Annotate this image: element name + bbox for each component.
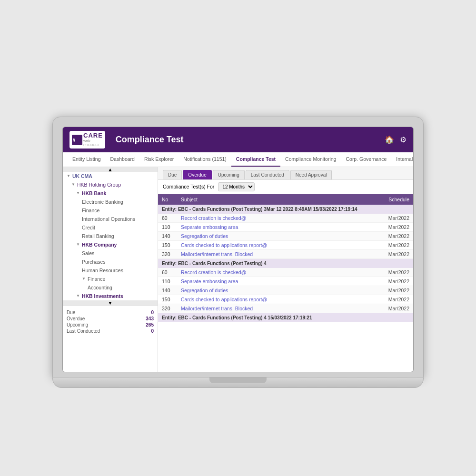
row-schedule: Mar/2022 [358, 304, 413, 313]
table-row[interactable]: 320Mailorder/internet trans. BlockedMar/… [158, 249, 413, 258]
app-header: // CARE web PRODUCT Compliance Test 🏠 [63, 127, 413, 152]
row-subject[interactable]: Mailorder/internet trans. Blocked [177, 249, 358, 258]
tab-upcoming[interactable]: Upcoming [213, 170, 245, 179]
tree-item[interactable]: Accounting [63, 283, 158, 292]
tree-item-label: Retail Banking [82, 233, 114, 239]
laptop-hinge [209, 377, 267, 383]
row-subject[interactable]: Separate embossing area [177, 277, 358, 286]
entity-row: Entity: EBC - Cards Functions (Post Test… [158, 258, 413, 268]
entity-label: Entity: EBC - Cards Functions (Post Test… [158, 205, 413, 214]
nav-item-compliance-monitoring[interactable]: Compliance Monitoring [280, 152, 341, 167]
table-row[interactable]: 110Separate embossing areaMar/2022 [158, 277, 413, 286]
row-subject[interactable]: Record creation is checked@ [177, 214, 358, 223]
tree-item[interactable]: Electronic Banking [63, 198, 158, 206]
nav-item-dashboard[interactable]: Dashboard [106, 152, 139, 167]
table-row[interactable]: 140Segregation of dutiesMar/2022 [158, 286, 413, 295]
tree-item[interactable]: International Operations [63, 215, 158, 223]
table-row[interactable]: 60Record creation is checked@Mar/2022 [158, 268, 413, 277]
tree-item[interactable]: Human Resources [63, 266, 158, 275]
row-schedule: Mar/2022 [358, 268, 413, 277]
tree-container: ▼UK CMA▼HKB Holding Group▼HKB BankElectr… [63, 172, 158, 300]
row-subject[interactable]: Segregation of duties [177, 231, 358, 240]
tree-item-label: HKB Bank [82, 190, 106, 196]
tree-item[interactable]: Sales [63, 249, 158, 258]
row-schedule: Mar/2022 [358, 295, 413, 304]
tree-item[interactable]: ▼HKB Holding Group [63, 180, 158, 189]
nav-item-entity-listing[interactable]: Entity Listing [68, 152, 106, 167]
tree-item[interactable]: ▼HKB Bank [63, 189, 158, 198]
filter-label: Compliance Test(s) For [163, 184, 214, 189]
logo-svg-icon: // [72, 135, 82, 145]
tree-item[interactable]: ▼Finance [63, 275, 158, 283]
tree-item-label: HKB Investments [82, 293, 123, 299]
row-subject[interactable]: Separate embossing area [177, 222, 358, 231]
row-subject[interactable]: Record creation is checked@ [177, 268, 358, 277]
tree-item-label: UK CMA [72, 173, 92, 179]
row-no: 150 [158, 240, 177, 249]
row-subject[interactable]: Cards checked to applications report@ [177, 295, 358, 304]
table-row[interactable]: 60Record creation is checked@Mar/2022 [158, 214, 413, 223]
stat-row: Last Conducted0 [67, 328, 154, 334]
row-no: 110 [158, 277, 177, 286]
col-schedule: Schedule [358, 194, 413, 205]
stat-value: 0 [151, 328, 154, 334]
row-no: 320 [158, 304, 177, 313]
row-schedule: Mar/2022 [358, 214, 413, 223]
tree-item[interactable]: ▼HKB Investments [63, 292, 158, 300]
nav-item-internal-audit[interactable]: Internal Audit [391, 152, 414, 167]
row-subject[interactable]: Mailorder/internet trans. Blocked [177, 304, 358, 313]
row-subject[interactable]: Segregation of duties [177, 286, 358, 295]
app-title: Compliance Test [116, 135, 184, 145]
tree-arrow-icon: ▼ [82, 277, 86, 281]
filter-select[interactable]: 3 Months6 Months12 Months24 Months [218, 182, 255, 191]
table-row[interactable]: 140Segregation of dutiesMar/2022 [158, 231, 413, 240]
tree-arrow-icon: ▼ [76, 191, 80, 195]
table-row[interactable]: 320Mailorder/internet trans. BlockedMar/… [158, 304, 413, 313]
tab-need-approval[interactable]: Need Approval [290, 170, 332, 179]
row-schedule: Mar/2022 [358, 240, 413, 249]
table-row[interactable]: 150Cards checked to applications report@… [158, 240, 413, 249]
nav-item-corp.-governance[interactable]: Corp. Governance [341, 152, 391, 167]
stat-label: Last Conducted [67, 328, 100, 334]
row-subject[interactable]: Cards checked to applications report@ [177, 240, 358, 249]
tree-arrow-icon: ▼ [76, 294, 80, 298]
tree-item-label: International Operations [82, 216, 135, 222]
nav-item-compliance-test[interactable]: Compliance Test [231, 152, 280, 167]
scroll-down-indicator[interactable]: ▼ [63, 300, 158, 305]
sidebar: ▲ ▼UK CMA▼HKB Holding Group▼HKB BankElec… [63, 167, 158, 372]
row-schedule: Mar/2022 [358, 249, 413, 258]
tree-item-label: Purchases [82, 259, 106, 265]
row-no: 60 [158, 268, 177, 277]
table-body: Entity: EBC - Cards Functions (Post Test… [158, 205, 413, 322]
scroll-up-indicator[interactable]: ▲ [63, 167, 158, 172]
tree-item[interactable]: Retail Banking [63, 232, 158, 240]
tree-item[interactable]: ▼HKB Company [63, 240, 158, 249]
tab-bar: DueOverdueUpcomingLast ConductedNeed App… [158, 167, 413, 180]
data-table: No Subject Schedule Entity: EBC - Cards … [158, 194, 413, 372]
compliance-table: No Subject Schedule Entity: EBC - Cards … [158, 194, 413, 322]
row-schedule: Mar/2022 [358, 231, 413, 240]
home-icon[interactable]: 🏠 [385, 135, 394, 144]
row-no: 320 [158, 249, 177, 258]
tree-item-label: Finance [82, 208, 99, 213]
header-icons: 🏠 ⚙ [385, 135, 407, 144]
tab-due[interactable]: Due [163, 170, 182, 179]
tab-last-conducted[interactable]: Last Conducted [246, 170, 289, 179]
tree-item[interactable]: Credit [63, 223, 158, 232]
tree-item-label: Credit [82, 225, 95, 230]
nav-item-notifications-(1151)[interactable]: Notifications (1151) [178, 152, 231, 167]
stat-label: Upcoming [67, 322, 88, 327]
tab-overdue[interactable]: Overdue [183, 170, 211, 179]
table-header: No Subject Schedule [158, 194, 413, 205]
row-schedule: Mar/2022 [358, 222, 413, 231]
settings-icon[interactable]: ⚙ [400, 135, 407, 144]
table-row[interactable]: 150Cards checked to applications report@… [158, 295, 413, 304]
tree-item[interactable]: Finance [63, 206, 158, 215]
table-row[interactable]: 110Separate embossing areaMar/2022 [158, 222, 413, 231]
tree-item[interactable]: ▼UK CMA [63, 172, 158, 180]
stat-row: Due0 [67, 309, 154, 316]
nav-item-risk-explorer[interactable]: Risk Explorer [139, 152, 178, 167]
tree-item[interactable]: Purchases [63, 258, 158, 266]
row-no: 140 [158, 286, 177, 295]
row-no: 150 [158, 295, 177, 304]
